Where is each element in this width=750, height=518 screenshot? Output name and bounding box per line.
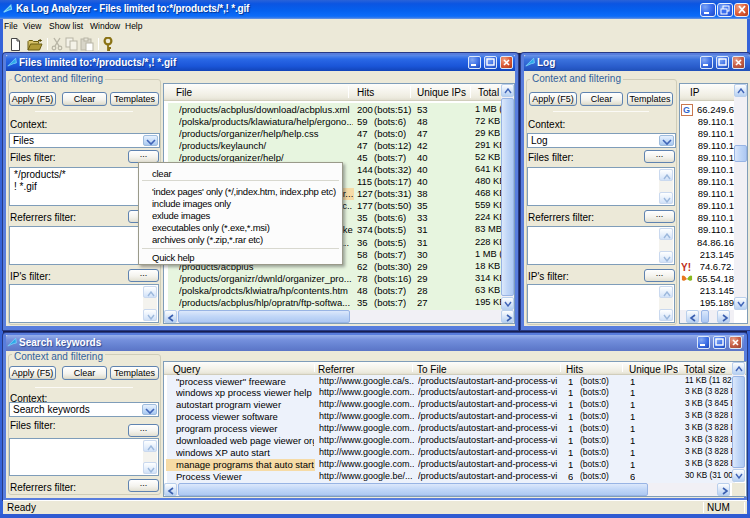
svg-text:G: G <box>683 105 690 115</box>
svg-text:Y!: Y! <box>681 262 691 273</box>
